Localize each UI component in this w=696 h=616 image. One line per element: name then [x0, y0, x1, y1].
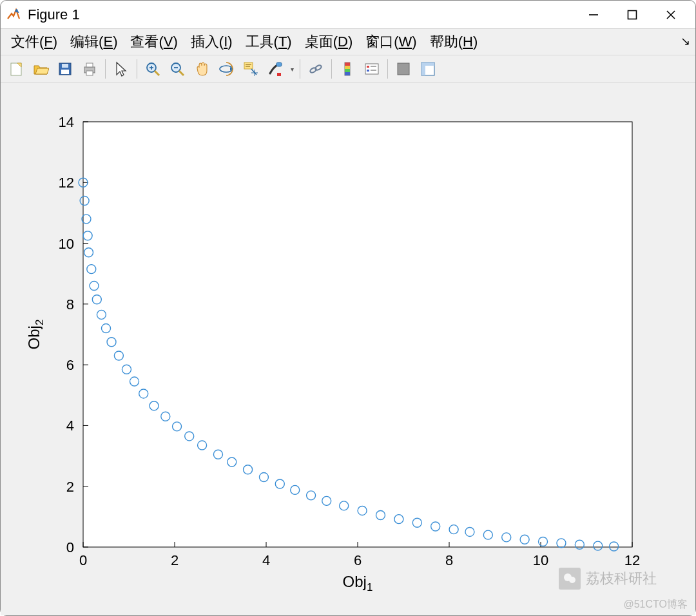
- svg-rect-8: [61, 70, 69, 74]
- watermark-source: @51CTO博客: [623, 598, 688, 611]
- menu-insert[interactable]: 插入(I): [186, 30, 238, 54]
- xtick-label: 6: [354, 552, 362, 568]
- xtick-label: 2: [171, 552, 179, 568]
- svg-rect-11: [86, 71, 93, 75]
- svg-rect-44: [421, 63, 434, 66]
- svg-rect-36: [365, 64, 378, 74]
- matlab-app-icon: [6, 7, 21, 23]
- xlabel: Obj1: [343, 573, 373, 593]
- maximize-button[interactable]: [613, 2, 652, 28]
- ytick-label: 2: [66, 479, 74, 495]
- svg-rect-45: [83, 122, 632, 547]
- edit-plot-button[interactable]: [110, 57, 133, 81]
- svg-line-13: [155, 71, 159, 75]
- insert-legend-button[interactable]: [360, 57, 383, 81]
- svg-rect-7: [62, 64, 68, 68]
- wechat-icon: [559, 568, 581, 590]
- open-button[interactable]: [29, 57, 52, 81]
- svg-rect-32: [345, 63, 350, 66]
- titlebar: Figure 1: [1, 1, 695, 29]
- zoom-out-button[interactable]: [166, 57, 189, 81]
- ylabel: Obj2: [25, 320, 46, 350]
- svg-rect-34: [345, 69, 350, 72]
- svg-rect-10: [86, 63, 93, 67]
- svg-point-30: [314, 64, 322, 71]
- close-button[interactable]: [652, 2, 690, 28]
- svg-line-17: [179, 71, 184, 75]
- save-button[interactable]: [53, 57, 77, 81]
- zoom-in-button[interactable]: [141, 57, 164, 81]
- menu-edit[interactable]: 编辑(E): [65, 30, 122, 54]
- svg-line-24: [251, 69, 256, 75]
- menu-file[interactable]: 文件(F): [6, 30, 63, 54]
- svg-rect-21: [244, 63, 253, 69]
- figure-window: Figure 1 文件(F) 编辑(E) 查看(V) 插入(I) 工具(T) 桌…: [0, 0, 696, 616]
- ytick-label: 10: [59, 236, 74, 252]
- print-button[interactable]: [78, 57, 101, 81]
- menubar: 文件(F) 编辑(E) 查看(V) 插入(I) 工具(T) 桌面(D) 窗口(W…: [1, 29, 695, 55]
- ytick-label: 8: [66, 296, 74, 313]
- svg-rect-1: [628, 10, 637, 19]
- pan-button[interactable]: [190, 57, 213, 81]
- data-cursor-button[interactable]: [239, 57, 262, 81]
- toolbar: ▾: [1, 55, 695, 83]
- ytick-label: 4: [66, 418, 74, 434]
- svg-rect-27: [276, 63, 282, 66]
- hide-plot-tools-button[interactable]: [392, 57, 415, 81]
- watermark-brand: 荔枝科研社: [559, 568, 657, 590]
- show-plot-tools-button[interactable]: [416, 57, 440, 81]
- rotate3d-button[interactable]: [215, 57, 238, 81]
- axes[interactable]: 02468101202468101214Obj1Obj2: [1, 83, 695, 613]
- xtick-label: 10: [533, 552, 548, 568]
- ytick-label: 14: [59, 114, 74, 130]
- plot-area: 02468101202468101214Obj1Obj2 荔枝科研社 @51CT…: [1, 83, 695, 615]
- ytick-label: 6: [66, 357, 74, 373]
- xtick-label: 8: [445, 552, 453, 568]
- menu-tools[interactable]: 工具(T): [240, 30, 297, 54]
- brush-button[interactable]: [264, 57, 287, 81]
- svg-rect-41: [398, 63, 409, 75]
- xtick-label: 4: [262, 552, 270, 568]
- link-plot-button[interactable]: [304, 57, 327, 81]
- menu-desktop[interactable]: 桌面(D): [300, 30, 358, 54]
- xtick-label: 12: [624, 552, 640, 568]
- ytick-label: 0: [66, 539, 74, 555]
- dock-arrow-icon[interactable]: ↘: [681, 34, 690, 48]
- brush-dropdown[interactable]: ▾: [288, 66, 296, 73]
- svg-rect-39: [367, 70, 369, 72]
- insert-colorbar-button[interactable]: [336, 57, 359, 81]
- minimize-button[interactable]: [574, 2, 613, 28]
- menu-help[interactable]: 帮助(H): [425, 30, 483, 54]
- svg-point-62: [569, 577, 575, 583]
- watermark-brand-text: 荔枝科研社: [586, 569, 657, 588]
- xtick-label: 0: [79, 552, 87, 568]
- svg-rect-28: [277, 73, 281, 76]
- svg-rect-37: [367, 66, 369, 68]
- window-title: Figure 1: [28, 6, 80, 23]
- ytick-label: 12: [59, 175, 74, 191]
- svg-rect-33: [345, 66, 350, 69]
- new-figure-button[interactable]: [5, 57, 28, 81]
- menu-view[interactable]: 查看(V): [125, 30, 182, 54]
- svg-rect-35: [345, 72, 350, 75]
- menu-window[interactable]: 窗口(W): [360, 30, 421, 54]
